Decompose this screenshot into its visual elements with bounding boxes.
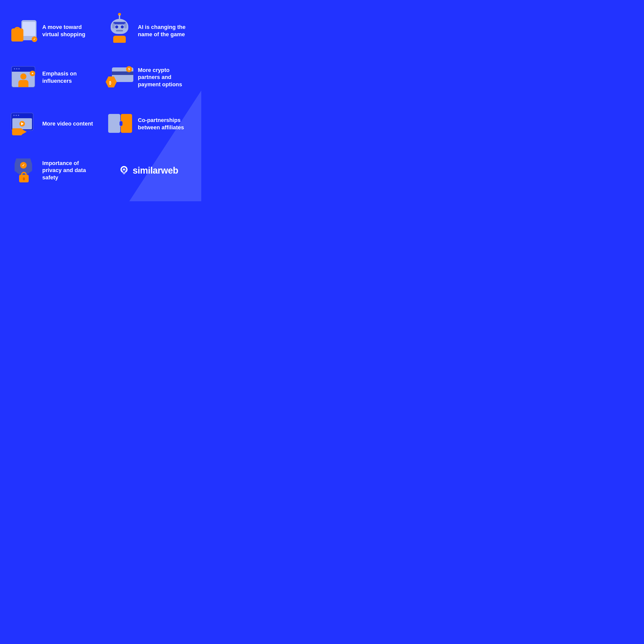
item-text: Co-partnerships between affiliates bbox=[138, 117, 191, 131]
privacy-security-icon: ✓ bbox=[10, 158, 38, 183]
item-text: More video content bbox=[42, 120, 93, 128]
dollar-coin-icon: $ bbox=[126, 66, 132, 72]
bitcoin-icon: ₿ bbox=[109, 81, 111, 85]
list-item: ★ Emphasis on influencers bbox=[5, 54, 101, 101]
list-item: ✓ A move toward virtual shopping bbox=[5, 8, 101, 54]
star-icon: ★ bbox=[30, 71, 35, 76]
play-icon bbox=[19, 121, 25, 127]
shopping-bag-phone-icon: ✓ bbox=[10, 18, 38, 44]
robot-ai-icon bbox=[106, 18, 133, 44]
check-icon: ✓ bbox=[20, 162, 27, 169]
list-item: More video content bbox=[5, 101, 101, 147]
brand-logo-cell: similarweb bbox=[101, 147, 196, 194]
list-item: Co-partnerships between affiliates bbox=[101, 101, 196, 147]
check-icon: ✓ bbox=[32, 36, 37, 42]
similarweb-symbol-icon bbox=[118, 165, 130, 176]
item-text: AI is changing the name of the game bbox=[138, 24, 191, 38]
list-item: ✓ Importance of privacy and data safety bbox=[5, 147, 101, 194]
similarweb-logo: similarweb bbox=[118, 165, 178, 176]
item-text: More crypto partners and payment options bbox=[138, 67, 191, 88]
similarweb-wordmark: similarweb bbox=[133, 165, 178, 176]
video-content-icon bbox=[10, 111, 38, 137]
list-item: $ ₿ More crypto partners and payment opt… bbox=[101, 54, 196, 101]
content-grid: ✓ A move toward virtual shopping AI bbox=[0, 0, 201, 201]
list-item: AI is changing the name of the game bbox=[101, 8, 196, 54]
item-text: A move toward virtual shopping bbox=[42, 24, 96, 38]
crypto-payment-icon: $ ₿ bbox=[106, 65, 133, 90]
item-text: Emphasis on influencers bbox=[42, 70, 96, 85]
influencer-icon: ★ bbox=[10, 65, 38, 90]
item-text: Importance of privacy and data safety bbox=[42, 160, 96, 181]
puzzle-partnership-icon bbox=[106, 111, 133, 137]
svg-point-0 bbox=[123, 172, 125, 174]
